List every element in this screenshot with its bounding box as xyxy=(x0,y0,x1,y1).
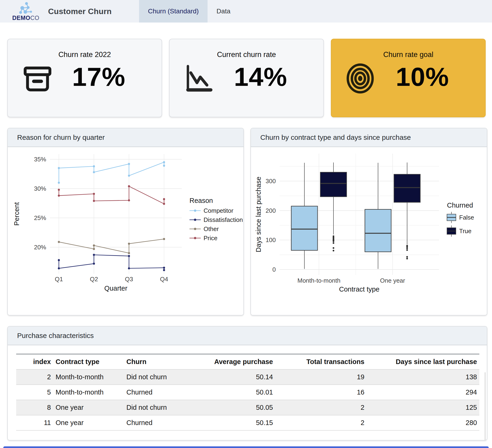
kpi-value: 17% xyxy=(43,62,154,92)
table-header-row: indexContract typeChurnAverage purchaseT… xyxy=(16,354,479,370)
svg-text:100: 100 xyxy=(266,236,276,243)
brand-text-bold: DEMO xyxy=(12,15,30,21)
svg-text:Contract type: Contract type xyxy=(339,285,379,293)
kpi-card-churn-rate-goal: Churn rate goal 10% xyxy=(331,39,486,117)
svg-text:300: 300 xyxy=(266,177,276,185)
svg-text:Month-to-month: Month-to-month xyxy=(297,277,340,284)
brand-text: DEMOCO xyxy=(11,15,41,21)
svg-text:Q4: Q4 xyxy=(160,276,168,283)
churn-box-plot: 0100200300Month-to-monthOne yearContract… xyxy=(251,147,487,314)
bottom-accent-bar xyxy=(3,446,489,448)
panel-churn-by-contract: Churn by contract type and days since pu… xyxy=(250,128,487,315)
panel-reason-for-churn: Reason for churn by quarter 20%25%30%35%… xyxy=(7,128,244,315)
table-row: 2Month-to-monthDid not churn50.1419138 xyxy=(16,369,479,385)
svg-text:Churned: Churned xyxy=(447,201,473,209)
purchase-table-body: 2Month-to-monthDid not churn50.14191385M… xyxy=(16,369,479,430)
tab-bar: Churn (Standard) Data xyxy=(139,0,239,22)
table-cell: Churned xyxy=(124,415,201,430)
table-cell: 280 xyxy=(367,415,479,430)
panel-title: Purchase characteristics xyxy=(8,326,487,345)
table-cell: 50.14 xyxy=(201,369,275,385)
svg-text:25%: 25% xyxy=(34,214,46,221)
table-row: 8One yearDid not churn50.052125 xyxy=(16,400,479,415)
table-cell: 19 xyxy=(275,369,367,385)
tab-data[interactable]: Data xyxy=(207,0,239,22)
brand-text-light: CO xyxy=(30,15,39,21)
table-cell: 5 xyxy=(16,385,53,400)
svg-text:True: True xyxy=(459,228,472,235)
column-header: Total transactions xyxy=(275,354,367,370)
reason-line-chart: 20%25%30%35%Q1Q2Q3Q4QuarterPercentReason… xyxy=(8,147,243,314)
svg-text:Percent: Percent xyxy=(13,202,20,226)
purchase-table-header: indexContract typeChurnAverage purchaseT… xyxy=(16,354,479,370)
panel-title: Reason for churn by quarter xyxy=(8,128,243,147)
table-row: 5Month-to-monthChurned50.0116294 xyxy=(16,385,479,400)
kpi-value: 10% xyxy=(367,62,478,92)
table-cell: 8 xyxy=(16,400,53,415)
table-cell: Did not churn xyxy=(124,400,201,415)
svg-text:30%: 30% xyxy=(34,185,46,192)
table-cell: 125 xyxy=(367,400,479,415)
svg-text:Days since last purchase: Days since last purchase xyxy=(255,177,262,252)
table-cell: 2 xyxy=(16,369,53,385)
table-cell: 50.05 xyxy=(201,400,275,415)
molecule-icon xyxy=(19,1,33,15)
kpi-row: Churn rate 2022 17% Current churn rate 1… xyxy=(7,39,486,117)
table-cell: One year xyxy=(53,415,124,430)
kpi-card-churn-rate-2022: Churn rate 2022 17% xyxy=(7,39,162,117)
app-header: DEMOCO Customer Churn Churn (Standard) D… xyxy=(0,0,492,22)
column-header: Days since last purchase xyxy=(367,354,479,370)
kpi-value: 14% xyxy=(205,62,316,92)
table-cell: 294 xyxy=(367,385,479,400)
table-cell: 2 xyxy=(275,415,367,430)
table-cell: Did not churn xyxy=(124,369,201,385)
svg-text:200: 200 xyxy=(266,207,276,214)
kpi-card-current-churn-rate: Current churn rate 14% xyxy=(169,39,324,117)
kpi-title: Churn rate goal xyxy=(331,51,485,59)
table-cell: 50.01 xyxy=(201,385,275,400)
table-cell: 2 xyxy=(275,400,367,415)
table-cell: Month-to-month xyxy=(53,385,124,400)
table-cell: Month-to-month xyxy=(53,369,124,385)
svg-text:Competitor: Competitor xyxy=(204,207,233,214)
column-header: index xyxy=(16,354,53,370)
column-header: Average purchase xyxy=(201,354,275,370)
tab-churn-standard[interactable]: Churn (Standard) xyxy=(139,0,207,22)
panel-purchase-characteristics: Purchase characteristics indexContract t… xyxy=(7,326,487,440)
brand-logo: DEMOCO xyxy=(11,1,41,22)
purchase-table: indexContract typeChurnAverage purchaseT… xyxy=(16,354,479,431)
svg-text:One year: One year xyxy=(380,277,405,284)
svg-text:20%: 20% xyxy=(34,244,46,251)
page-title: Customer Churn xyxy=(48,0,112,22)
svg-text:Q2: Q2 xyxy=(90,276,98,283)
svg-text:0: 0 xyxy=(273,266,276,273)
svg-text:Q1: Q1 xyxy=(55,276,63,283)
kpi-title: Current churn rate xyxy=(170,51,323,59)
table-cell: 16 xyxy=(275,385,367,400)
table-row: 11One yearChurned50.152280 xyxy=(16,415,479,430)
panel-title: Churn by contract type and days since pu… xyxy=(251,128,487,147)
column-header: Contract type xyxy=(53,354,124,370)
svg-text:Other: Other xyxy=(204,225,219,232)
table-cell: 50.15 xyxy=(201,415,275,430)
table-cell: 11 xyxy=(16,415,53,430)
column-header: Churn xyxy=(124,354,201,370)
table-scrollbar[interactable] xyxy=(485,372,485,440)
svg-text:Reason: Reason xyxy=(189,197,213,204)
table-cell: 138 xyxy=(367,369,479,385)
svg-text:35%: 35% xyxy=(34,156,46,163)
svg-text:Quarter: Quarter xyxy=(104,284,128,292)
svg-text:False: False xyxy=(459,214,474,221)
svg-text:Q3: Q3 xyxy=(125,276,133,283)
kpi-title: Churn rate 2022 xyxy=(8,51,162,59)
table-cell: Churned xyxy=(124,385,201,400)
svg-text:Dissatisfaction: Dissatisfaction xyxy=(204,216,243,223)
svg-text:Price: Price xyxy=(204,235,217,242)
table-cell: One year xyxy=(53,400,124,415)
